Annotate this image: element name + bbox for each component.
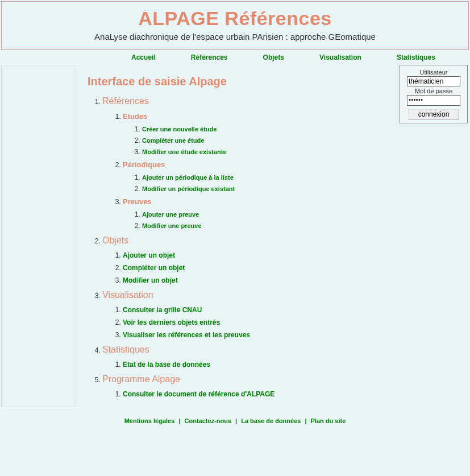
right-col: Utilisateur Mot de passe connexion <box>397 65 470 123</box>
main-content: Interface de saisie Alpage Références Et… <box>76 65 397 409</box>
link-modifier-periodique[interactable]: Modifier un périodique existant <box>142 185 235 192</box>
user-input[interactable] <box>407 76 460 86</box>
link-modifier-preuve[interactable]: Modifier une preuve <box>142 222 202 229</box>
sub-label: Etudes <box>123 112 147 121</box>
toc-section-visualisation: Visualisation Consulter la grille CNAU V… <box>102 290 392 339</box>
footer-mentions[interactable]: Mentions légales <box>124 417 175 424</box>
nav-accueil[interactable]: Accueil <box>131 53 156 61</box>
link-derniers-objets[interactable]: Voir les derniers objets entrés <box>123 318 220 326</box>
left-sidebar <box>1 65 76 407</box>
toc-sub-periodiques: Périodiques Ajouter un périodique à la l… <box>123 160 392 193</box>
link-doc-reference[interactable]: Consulter le document de référence d'ALP… <box>123 390 274 398</box>
site-title: ALPAGE Références <box>2 7 468 30</box>
link-ajouter-preuve[interactable]: Ajouter une preuve <box>142 211 199 218</box>
section-label: Visualisation <box>102 290 153 300</box>
footer-contact[interactable]: Contactez-nous <box>185 417 232 424</box>
toc-section-references: Références Etudes Créer une nouvelle étu… <box>102 96 392 230</box>
sub-label: Preuves <box>123 197 152 206</box>
nav-objets[interactable]: Objets <box>263 53 284 61</box>
footer: Mentions légales | Contactez-nous | La b… <box>0 409 470 430</box>
login-button[interactable]: connexion <box>408 109 459 119</box>
nav-visualisation[interactable]: Visualisation <box>319 53 361 61</box>
link-completer-etude[interactable]: Compléter une étude <box>142 137 204 144</box>
toc-section-programme: Programme Alpage Consulter le document d… <box>102 374 392 398</box>
site-subtitle: AnaLyse diachronique de l'espace urbain … <box>2 32 468 42</box>
section-label: Références <box>102 96 149 106</box>
login-box: Utilisateur Mot de passe connexion <box>400 65 468 123</box>
toc-root: Références Etudes Créer une nouvelle étu… <box>88 96 392 398</box>
header: ALPAGE Références AnaLyse diachronique d… <box>1 1 469 50</box>
link-etat-base[interactable]: Etat de la base de données <box>123 361 210 369</box>
link-consulter-cnau[interactable]: Consulter la grille CNAU <box>123 306 202 314</box>
top-nav: Accueil Références Objets Visualisation … <box>0 50 470 65</box>
footer-plan[interactable]: Plan du site <box>311 417 346 424</box>
sub-label: Périodiques <box>123 160 165 169</box>
link-modifier-objet[interactable]: Modifier un objet <box>123 276 178 284</box>
toc-sub-preuves: Preuves Ajouter une preuve Modifier une … <box>123 197 392 230</box>
section-label: Programme Alpage <box>102 374 180 384</box>
link-completer-objet[interactable]: Compléter un objet <box>123 264 185 272</box>
layout: Interface de saisie Alpage Références Et… <box>0 65 470 409</box>
section-label: Objets <box>102 235 128 245</box>
page-title: Interface de saisie Alpage <box>88 75 392 88</box>
link-ajouter-periodique[interactable]: Ajouter un périodique à la liste <box>142 174 234 181</box>
nav-statistiques[interactable]: Statistiques <box>397 53 435 61</box>
pass-input[interactable] <box>407 95 460 106</box>
nav-references[interactable]: Références <box>191 53 228 61</box>
pass-label: Mot de passe <box>402 88 465 94</box>
link-modifier-etude[interactable]: Modifier une étude existante <box>142 148 227 155</box>
toc-section-statistiques: Statistiques Etat de la base de données <box>102 345 392 369</box>
link-ajouter-objet[interactable]: Ajouter un objet <box>123 251 175 259</box>
toc-sub-etudes: Etudes Créer une nouvelle étude Compléte… <box>123 112 392 156</box>
user-label: Utilisateur <box>402 69 465 76</box>
link-visualiser-refs[interactable]: Visualiser les références et les preuves <box>123 331 250 339</box>
link-creer-etude[interactable]: Créer une nouvelle étude <box>142 126 217 133</box>
section-label: Statistiques <box>102 345 149 354</box>
footer-base[interactable]: La base de données <box>241 417 301 424</box>
toc-section-objets: Objets Ajouter un objet Compléter un obj… <box>102 235 392 284</box>
